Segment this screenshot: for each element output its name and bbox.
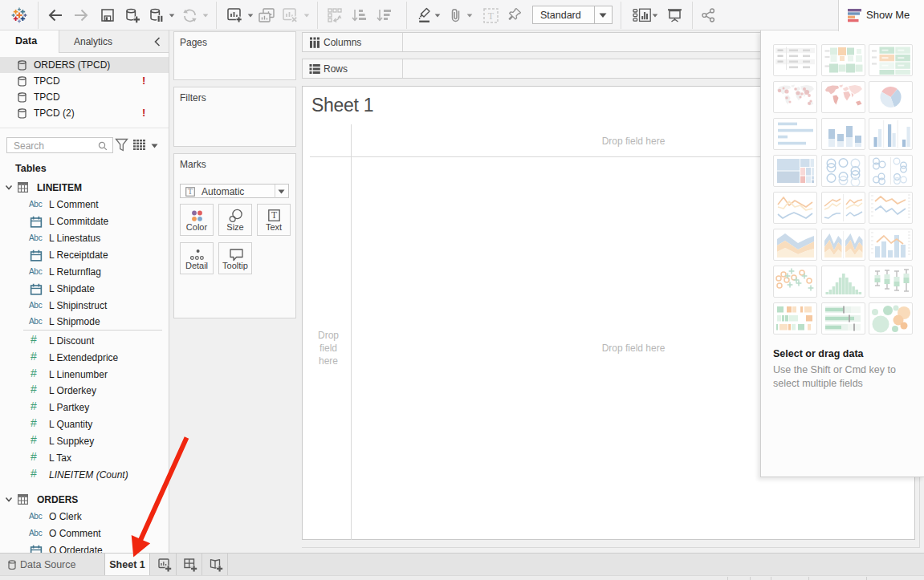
svg-text:T: T (188, 188, 193, 196)
svg-text:T: T (488, 10, 495, 22)
svg-text:T: T (271, 210, 277, 220)
